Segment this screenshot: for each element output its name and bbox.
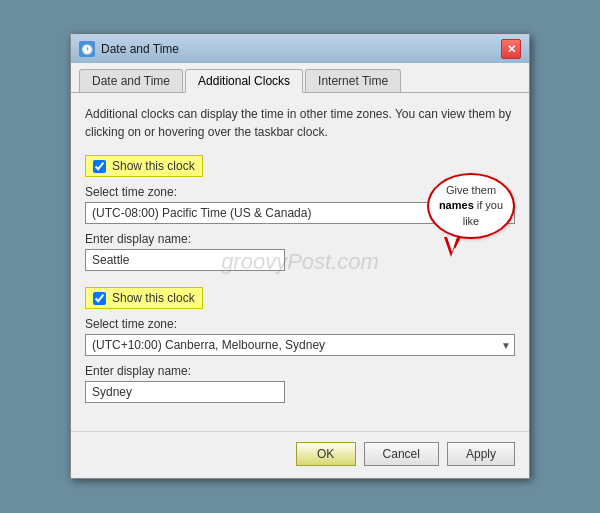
- window-title: Date and Time: [101, 42, 179, 56]
- clock2-show-text: Show this clock: [112, 291, 195, 305]
- clock2-section: Show this clock Select time zone: (UTC+1…: [85, 287, 515, 407]
- clock2-name-label: Enter display name:: [85, 364, 515, 378]
- tabs-bar: Date and Time Additional Clocks Internet…: [71, 63, 529, 93]
- description-text: Additional clocks can display the time i…: [85, 105, 515, 141]
- title-bar-left: 🕐 Date and Time: [79, 41, 179, 57]
- tab-date-and-time[interactable]: Date and Time: [79, 69, 183, 92]
- clock1-checkbox[interactable]: [93, 160, 106, 173]
- callout-text-before: Give them: [446, 184, 496, 196]
- clock2-dropdown-wrapper: (UTC+10:00) Canberra, Melbourne, Sydney …: [85, 334, 515, 356]
- clock2-timezone-select[interactable]: (UTC+10:00) Canberra, Melbourne, Sydney: [85, 334, 515, 356]
- apply-button[interactable]: Apply: [447, 442, 515, 466]
- clock2-timezone-wrapper: Select time zone: (UTC+10:00) Canberra, …: [85, 317, 515, 356]
- clock2-show-label[interactable]: Show this clock: [85, 287, 203, 309]
- dialog-window: 🕐 Date and Time ✕ Date and Time Addition…: [70, 34, 530, 479]
- clock2-timezone-label: Select time zone:: [85, 317, 515, 331]
- main-content: Additional clocks can display the time i…: [71, 93, 529, 431]
- footer: OK Cancel Apply: [71, 431, 529, 478]
- clock2-checkbox[interactable]: [93, 292, 106, 305]
- clock1-show-label[interactable]: Show this clock: [85, 155, 203, 177]
- clock2-name-input[interactable]: [85, 381, 285, 403]
- content-wrapper: groovyPost.com Give them names if you li…: [71, 93, 529, 431]
- tab-additional-clocks[interactable]: Additional Clocks: [185, 69, 303, 93]
- tab-internet-time[interactable]: Internet Time: [305, 69, 401, 92]
- cancel-button[interactable]: Cancel: [364, 442, 439, 466]
- title-bar: 🕐 Date and Time ✕: [71, 35, 529, 63]
- ok-button[interactable]: OK: [296, 442, 356, 466]
- callout-bubble: Give them names if you like: [427, 173, 515, 239]
- clock1-name-input[interactable]: [85, 249, 285, 271]
- clock2-name-wrapper: Enter display name:: [85, 364, 515, 407]
- window-icon: 🕐: [79, 41, 95, 57]
- close-button[interactable]: ✕: [501, 39, 521, 59]
- callout-bold: names: [439, 199, 474, 211]
- clock1-show-text: Show this clock: [112, 159, 195, 173]
